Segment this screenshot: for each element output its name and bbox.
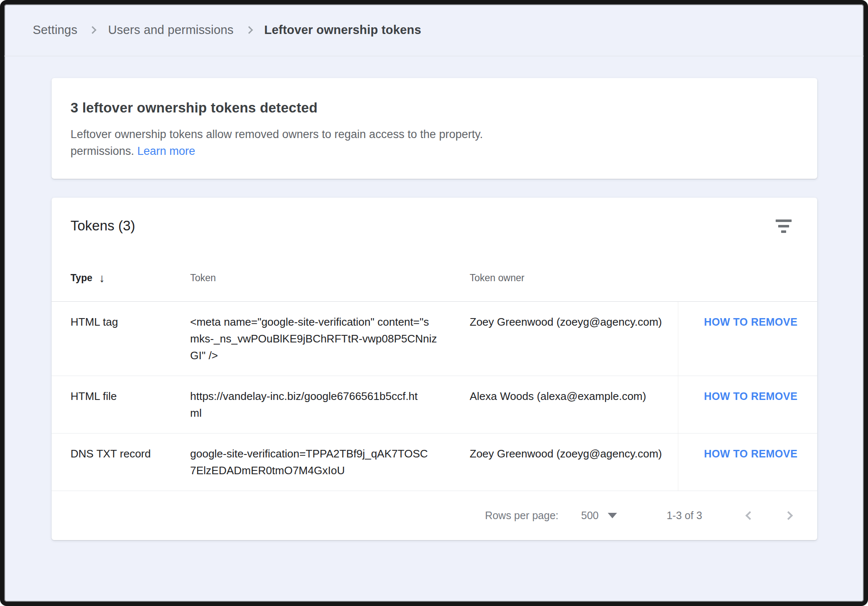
rows-per-page-label: Rows per page: (485, 509, 558, 522)
breadcrumb-chevron-icon (89, 26, 97, 34)
table-body: HTML tag <meta name="google-site-verific… (52, 302, 817, 491)
pagination-range: 1-3 of 3 (667, 509, 702, 522)
alert-description-line2-text: permissions. (71, 145, 137, 157)
alert-description-line2: permissions. Learn more (71, 143, 792, 159)
breadcrumb-chevron-icon (245, 26, 253, 34)
rows-per-page-select[interactable]: 500 (581, 509, 617, 522)
how-to-remove-link[interactable]: HOW TO REMOVE (704, 390, 797, 402)
breadcrumb: Settings Users and permissions Leftover … (4, 4, 864, 56)
table-row: HTML file https://vandelay-inc.biz/googl… (52, 376, 817, 434)
token-value-line: https://vandelay-inc.biz/google6766561b5… (190, 388, 459, 405)
token-action-cell: HOW TO REMOVE (678, 376, 817, 433)
breadcrumb-item-users-and-permissions[interactable]: Users and permissions (108, 23, 233, 37)
token-value-cell: <meta name="google-site-verification" co… (190, 302, 470, 376)
dropdown-arrow-icon (608, 513, 617, 518)
column-header-token: Token (190, 272, 470, 284)
how-to-remove-link[interactable]: HOW TO REMOVE (704, 316, 797, 328)
token-owner-cell: Alexa Woods (alexa@example.com) (470, 376, 678, 433)
breadcrumb-item-settings[interactable]: Settings (33, 23, 77, 37)
filter-bar-middle (778, 225, 789, 227)
previous-page-button[interactable] (740, 507, 757, 524)
chevron-left-icon (745, 511, 754, 520)
token-value-line: ml (190, 405, 459, 421)
token-action-cell: HOW TO REMOVE (678, 302, 817, 376)
token-value-line: 7ElzEDADmER0tmO7M4GxIoU (190, 462, 459, 479)
alert-description-line1: Leftover ownership tokens allow removed … (71, 126, 792, 143)
token-value-cell: https://vandelay-inc.biz/google6766561b5… (190, 376, 470, 433)
column-header-type[interactable]: Type ↓ (71, 272, 190, 285)
next-page-button[interactable] (781, 507, 798, 524)
alert-card: 3 leftover ownership tokens detected Lef… (52, 78, 817, 179)
token-owner-cell: Zoey Greenwood (zoeyg@agency.com) (470, 434, 678, 491)
table-row: DNS TXT record google-site-verification=… (52, 434, 817, 491)
sort-descending-icon: ↓ (99, 272, 105, 285)
how-to-remove-link[interactable]: HOW TO REMOVE (704, 448, 797, 460)
column-header-type-label: Type (71, 272, 92, 284)
column-header-token-owner: Token owner (470, 272, 678, 284)
alert-title: 3 leftover ownership tokens detected (71, 100, 792, 116)
tokens-card-header: Tokens (3) (52, 198, 817, 238)
app-window: Settings Users and permissions Leftover … (0, 0, 868, 606)
learn-more-link[interactable]: Learn more (137, 145, 195, 157)
token-action-cell: HOW TO REMOVE (678, 434, 817, 491)
token-owner-cell: Zoey Greenwood (zoeyg@agency.com) (470, 302, 678, 376)
filter-bar-top (776, 219, 792, 222)
token-value-line: <meta name="google-site-verification" co… (190, 313, 459, 330)
breadcrumb-item-current-page: Leftover ownership tokens (264, 23, 421, 37)
table-pagination: Rows per page: 500 1-3 of 3 (52, 491, 817, 540)
filter-bar-bottom (781, 230, 786, 233)
alert-description: Leftover ownership tokens allow removed … (71, 126, 792, 159)
token-value-cell: google-site-verification=TPPA2TBf9j_qAK7… (190, 434, 470, 491)
rows-per-page-value: 500 (581, 509, 599, 522)
token-type-cell: HTML tag (71, 302, 190, 376)
table-row: HTML tag <meta name="google-site-verific… (52, 302, 817, 376)
token-value-line: GI" /> (190, 347, 459, 364)
tokens-card-title: Tokens (3) (71, 217, 135, 235)
token-type-cell: HTML file (71, 376, 190, 433)
token-value-line: google-site-verification=TPPA2TBf9j_qAK7… (190, 445, 459, 462)
page-content: 3 leftover ownership tokens detected Lef… (4, 78, 864, 540)
table-header-row: Type ↓ Token Token owner (52, 255, 817, 302)
token-type-cell: DNS TXT record (71, 434, 190, 491)
tokens-card: Tokens (3) Type ↓ Token Token owner (52, 198, 817, 540)
filter-icon[interactable] (774, 219, 793, 238)
chevron-right-icon (784, 511, 792, 520)
token-value-line: mks-_ns_vwPOuBlKE9jBChRFTtR-vwp08P5CNniz (190, 330, 459, 347)
